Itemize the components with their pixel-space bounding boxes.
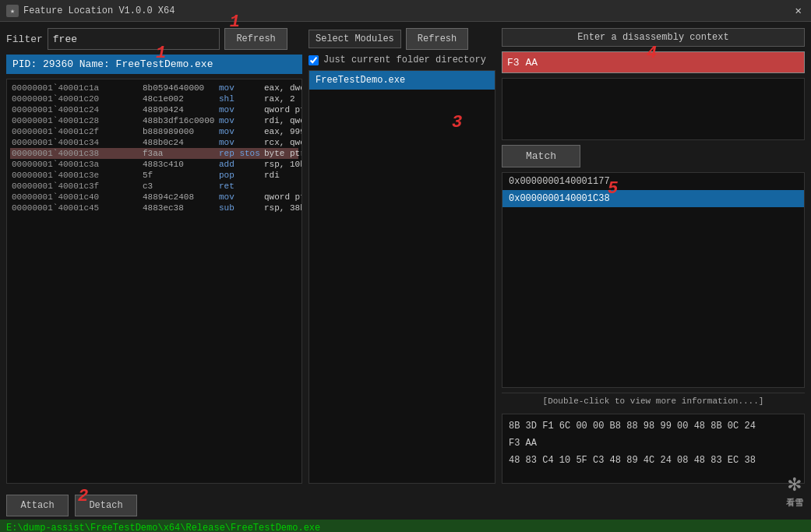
disasm-mnemonic: ret (219, 181, 258, 191)
disasm-mnemonic: pop (219, 171, 258, 180)
disasm-bytes: 5f (143, 171, 213, 180)
disasm-row[interactable]: 00000001`40001c3a4883c410addrsp, 10h (10, 159, 298, 170)
right-panel: Enter a disassembly context Match 0x0000… (502, 28, 805, 484)
disasm-operand: rsp, 10h (264, 160, 302, 169)
disasm-mnemonic: shl (219, 94, 258, 104)
logo-text: 看雪 (786, 497, 803, 509)
logo-area: ✻ 看雪 (786, 470, 803, 509)
disasm-addr: 00000001`40001c28 (12, 116, 136, 125)
disasm-addr: 00000001`40001c34 (12, 138, 136, 147)
disasm-bytes: 488b0c24 (143, 138, 213, 147)
disasm-bytes: f3aa (143, 149, 213, 158)
disasm-row[interactable]: 00000001`40001c4048894c2408movqword ptr … (10, 192, 298, 203)
disasm-row[interactable]: 00000001`40001c2048c1e002shlrax, 2 (10, 93, 298, 104)
disasm-mnemonic: mov (219, 116, 258, 125)
disasm-addr: 00000001`40001c1a (12, 83, 136, 93)
disasm-bytes: b888989000 (143, 127, 213, 136)
app-title: Feature Location V1.0.0 X64 (23, 5, 175, 16)
disasm-operand: eax, dword ptr [1400080B4h] (264, 83, 302, 93)
hex-line: 48 83 C4 10 5F C3 48 89 4C 24 08 48 83 E… (509, 455, 798, 466)
button-row: Attach Detach (0, 490, 811, 520)
disasm-operand: rcx, qword ptr [rsp] (264, 138, 302, 147)
disasm-input-row (502, 51, 805, 73)
disasm-bytes: c3 (143, 181, 213, 191)
attach-button[interactable]: Attach (6, 495, 69, 516)
disasm-bytes: 48894c2408 (143, 192, 213, 202)
current-folder-checkbox[interactable] (309, 55, 319, 65)
disasm-row[interactable]: 00000001`40001c3e5fpoprdi (10, 170, 298, 181)
status-path: E:\dump-assist\FreeTestDemo\x64\Release\… (6, 523, 320, 532)
disasm-addr: 00000001`40001c3f (12, 181, 136, 191)
disasm-addr: 00000001`40001c45 (12, 203, 136, 213)
close-button[interactable]: ✕ (792, 4, 805, 17)
bottom-section: Attach Detach E:\dump-assist\FreeTestDem… (0, 490, 811, 532)
result-item[interactable]: 0x0000000140001177 (502, 173, 804, 190)
disasm-bytes: 4883c410 (143, 160, 213, 169)
disasm-mnemonic: rep stos (219, 149, 258, 158)
filter-row: Filter Refresh 1 (6, 28, 302, 50)
results-list[interactable]: 0x00000001400011770x0000000140001C38 (502, 172, 805, 388)
match-button[interactable]: Match (502, 145, 580, 167)
disasm-operand: rdi (264, 171, 280, 180)
detach-button[interactable]: Detach (75, 495, 137, 516)
hex-line: 8B 3D F1 6C 00 00 B8 88 98 99 00 48 8B 0… (509, 421, 798, 432)
disasm-row[interactable]: 00000001`40001c454883ec38subrsp, 38h (10, 203, 298, 213)
disasm-operand: qword ptr [rsp+8], rcx (264, 192, 302, 202)
dbl-click-hint: [Double-click to view more information..… (502, 393, 805, 409)
disasm-mnemonic: mov (219, 83, 258, 93)
disasm-context-label: Enter a disassembly context (502, 28, 805, 47)
title-bar: ★ Feature Location V1.0.0 X64 ✕ (0, 0, 811, 22)
logo-icon: ✻ (788, 470, 802, 497)
context-area (502, 78, 805, 140)
disasm-addr: 00000001`40001c24 (12, 105, 136, 115)
modules-refresh-button[interactable]: Refresh (406, 28, 468, 50)
filter-label: Filter (6, 33, 43, 45)
main-content: Filter Refresh 1 PID: 29360 Name: FreeTe… (0, 22, 811, 490)
disasm-mnemonic: mov (219, 127, 258, 136)
disasm-addr: 00000001`40001c3a (12, 160, 136, 169)
match-btn-row: Match (502, 145, 805, 167)
select-modules-label: Select Modules (309, 30, 401, 48)
disasm-addr: 00000001`40001c20 (12, 94, 136, 104)
disasm-bytes: 488b3df16c0000 (143, 116, 213, 125)
disasm-operand: eax, 999888h (264, 127, 302, 136)
disasm-area[interactable]: 00000001`40001c1a8b0594640000moveax, dwo… (6, 79, 302, 484)
disasm-addr: 00000001`40001c3e (12, 171, 136, 180)
disasm-row[interactable]: 00000001`40001c3fc3ret (10, 181, 298, 192)
checkbox-row: Just current folder directory (309, 55, 495, 65)
middle-panel: Select Modules Refresh Just current fold… (309, 28, 495, 484)
disasm-mnemonic: add (219, 160, 258, 169)
disasm-mnemonic: mov (219, 192, 258, 202)
disasm-addr: 00000001`40001c2f (12, 127, 136, 136)
disasm-row[interactable]: 00000001`40001c2fb888989000moveax, 99988… (10, 126, 298, 137)
filter-input[interactable] (48, 28, 220, 50)
hex-display: 8B 3D F1 6C 00 00 B8 88 98 99 00 48 8B 0… (502, 414, 805, 484)
module-header: Select Modules Refresh (309, 28, 495, 50)
disasm-addr: 00000001`40001c38 (12, 149, 136, 158)
disasm-row[interactable]: 00000001`40001c1a8b0594640000moveax, dwo… (10, 83, 298, 93)
disasm-operand: qword ptr [rsp], rax (264, 105, 302, 115)
disasm-row[interactable]: 00000001`40001c34488b0c24movrcx, qword p… (10, 137, 298, 148)
disasm-operand: byte ptr [rdi] (264, 149, 302, 158)
result-item[interactable]: 0x0000000140001C38 (502, 190, 804, 207)
disasm-bytes: 8b0594640000 (143, 83, 213, 93)
disasm-context-input[interactable] (502, 51, 805, 73)
left-refresh-button[interactable]: Refresh (224, 28, 287, 50)
left-panel: Filter Refresh 1 PID: 29360 Name: FreeTe… (6, 28, 302, 484)
process-item[interactable]: PID: 29360 Name: FreeTestDemo.exe (6, 55, 302, 74)
disasm-row[interactable]: 00000001`40001c38f3aarep stosbyte ptr [r… (10, 148, 298, 159)
disasm-row[interactable]: 00000001`40001c2448890424movqword ptr [r… (10, 104, 298, 115)
disasm-bytes: 48c1e002 (143, 94, 213, 104)
disasm-operand: rsp, 38h (264, 203, 302, 213)
disasm-row[interactable]: 00000001`40001c28488b3df16c0000movrdi, q… (10, 115, 298, 126)
hex-line: F3 AA (509, 438, 798, 449)
disasm-bytes: 4883ec38 (143, 203, 213, 213)
disasm-mnemonic: mov (219, 138, 258, 147)
disasm-mnemonic: sub (219, 203, 258, 213)
disasm-mnemonic: mov (219, 105, 258, 115)
disasm-bytes: 48890424 (143, 105, 213, 115)
status-bar: E:\dump-assist\FreeTestDemo\x64\Release\… (0, 520, 811, 532)
module-list-item[interactable]: FreeTestDemo.exe (309, 71, 495, 90)
disasm-operand: rax, 2 (264, 94, 295, 104)
module-list-area[interactable]: FreeTestDemo.exe (309, 70, 495, 484)
